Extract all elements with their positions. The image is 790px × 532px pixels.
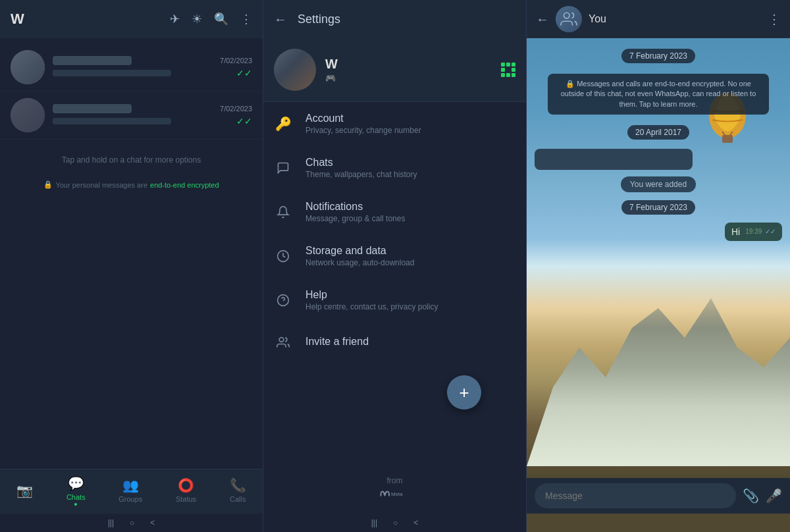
encryption-text: 🔒 Messages and calls are end-to-end encr… bbox=[561, 80, 756, 108]
chat-settings-icon bbox=[274, 159, 292, 177]
settings-title: Settings bbox=[298, 13, 340, 26]
system-bar-2: ||| ○ < bbox=[263, 514, 526, 532]
sys-nav-2: ○ bbox=[393, 518, 398, 527]
nav-item-camera[interactable]: 📷 bbox=[16, 483, 33, 498]
chat-view-panel: ← You ⋮ 7 February 2023 🔒 Messages and c… bbox=[527, 0, 790, 532]
svg-text:Meta: Meta bbox=[391, 491, 403, 497]
chat-back-button[interactable]: ← bbox=[536, 12, 549, 27]
help-icon bbox=[274, 291, 292, 309]
chat-name bbox=[53, 56, 132, 65]
settings-panel: ← Settings W 🎮 bbox=[263, 0, 527, 532]
chat-preview-row: ✓✓ bbox=[53, 116, 252, 126]
settings-item-account[interactable]: 🔑 Account Privacy, security, change numb… bbox=[263, 102, 526, 146]
contact-info: You bbox=[589, 13, 761, 25]
date-badge-2023-2: 7 February 2023 bbox=[621, 200, 695, 215]
nav-item-status[interactable]: ⭕ Status bbox=[176, 477, 196, 503]
message-input[interactable] bbox=[535, 483, 736, 508]
chats-panel: W ✈ ☀ 🔍 ⋮ 7/02/2023 ✓✓ bbox=[0, 0, 263, 532]
account-subtitle: Privacy, security, change number bbox=[305, 126, 515, 135]
chats-nav-icon: 💬 bbox=[68, 475, 84, 491]
settings-list: 🔑 Account Privacy, security, change numb… bbox=[263, 102, 526, 463]
sys-nav-1: ||| bbox=[108, 518, 114, 527]
settings-item-notifications[interactable]: Notifications Message, group & call tone… bbox=[263, 190, 526, 234]
avatar bbox=[11, 98, 45, 132]
date-badge: 7 February 2023 bbox=[621, 49, 695, 63]
qr-cell-empty bbox=[506, 68, 510, 72]
settings-item-text: Invite a friend bbox=[305, 336, 515, 349]
qr-grid bbox=[501, 63, 515, 77]
groups-nav-label: Groups bbox=[118, 495, 142, 503]
settings-item-text: Notifications Message, group & call tone… bbox=[305, 201, 515, 223]
settings-profile[interactable]: W 🎮 bbox=[263, 38, 526, 102]
settings-item-storage[interactable]: Storage and data Network usage, auto-dow… bbox=[263, 234, 526, 279]
sys-nav-2: ○ bbox=[130, 518, 134, 527]
more-options-icon[interactable]: ⋮ bbox=[768, 11, 781, 27]
chat-item[interactable]: 7/02/2023 ✓✓ bbox=[0, 43, 263, 92]
nav-item-calls[interactable]: 📞 Calls bbox=[230, 477, 246, 503]
help-subtitle: Help centre, contact us, privacy policy bbox=[305, 302, 515, 311]
calls-nav-label: Calls bbox=[230, 495, 246, 503]
settings-item-text: Help Help centre, contact us, privacy po… bbox=[305, 289, 515, 311]
you-were-added-badge: You were added bbox=[621, 176, 696, 192]
qr-cell bbox=[512, 68, 515, 72]
sys-nav-3: < bbox=[413, 518, 418, 527]
chat-item[interactable]: 7/02/2023 ✓✓ bbox=[0, 92, 263, 140]
qr-code-button[interactable] bbox=[501, 63, 515, 77]
attachment-icon[interactable]: 📎 bbox=[743, 488, 759, 504]
account-title: Account bbox=[305, 113, 515, 124]
profile-avatar bbox=[274, 49, 316, 91]
chat-preview bbox=[53, 118, 171, 124]
double-check-icon: ✓✓ bbox=[236, 68, 252, 78]
brightness-icon[interactable]: ☀ bbox=[192, 12, 202, 26]
emoji-icon: 🎮 bbox=[325, 73, 336, 83]
encryption-notice[interactable]: 🔒 Messages and calls are end-to-end encr… bbox=[548, 74, 769, 115]
added-text: You were added bbox=[630, 180, 687, 189]
date-text: 7 February 2023 bbox=[629, 51, 687, 61]
airplane-icon[interactable]: ✈ bbox=[170, 12, 180, 26]
date-badge-2017: 20 April 2017 bbox=[627, 125, 689, 140]
search-icon[interactable]: 🔍 bbox=[214, 12, 228, 26]
settings-item-invite[interactable]: Invite a friend bbox=[263, 323, 526, 363]
chat-info: 7/02/2023 ✓✓ bbox=[53, 56, 252, 78]
invite-title: Invite a friend bbox=[305, 336, 515, 348]
profile-info: W 🎮 bbox=[325, 57, 492, 83]
chat-list: 7/02/2023 ✓✓ 7/02/2023 ✓✓ bbox=[0, 38, 263, 429]
chats-header: W ✈ ☀ 🔍 ⋮ bbox=[0, 0, 263, 38]
time-text: 19:39 bbox=[745, 228, 762, 235]
nav-item-chats[interactable]: 💬 Chats bbox=[66, 475, 86, 506]
qr-cell bbox=[501, 68, 505, 72]
microphone-icon[interactable]: 🎤 bbox=[766, 488, 782, 504]
chat-preview bbox=[53, 70, 171, 76]
calls-nav-icon: 📞 bbox=[230, 477, 246, 493]
chat-meta: 7/02/2023 bbox=[53, 56, 252, 65]
chats-settings-subtitle: Theme, wallpapers, chat history bbox=[305, 170, 515, 179]
menu-icon[interactable]: ⋮ bbox=[240, 12, 252, 26]
tap-hint: Tap and hold on a chat for more options bbox=[0, 145, 263, 175]
encrypted-link[interactable]: end-to-end encrypted bbox=[150, 181, 219, 189]
bottom-nav: 📷 💬 Chats 👥 Groups ⭕ Status 📞 Calls bbox=[0, 469, 263, 514]
settings-item-text: Chats Theme, wallpapers, chat history bbox=[305, 157, 515, 179]
avatar-image bbox=[274, 49, 316, 91]
system-bar-1: ||| ○ < bbox=[0, 514, 263, 532]
input-bar: 📎 🎤 bbox=[527, 478, 790, 514]
sys-nav-1: ||| bbox=[371, 518, 377, 527]
chat-time: 7/02/2023 bbox=[220, 57, 252, 65]
new-chat-button[interactable]: + bbox=[447, 375, 481, 410]
settings-item-help[interactable]: Help Help centre, contact us, privacy po… bbox=[263, 279, 526, 323]
sys-nav-3: < bbox=[150, 518, 155, 527]
nav-item-groups[interactable]: 👥 Groups bbox=[118, 477, 142, 503]
qr-cell bbox=[501, 73, 505, 77]
header-icons: ✈ ☀ 🔍 ⋮ bbox=[170, 12, 252, 26]
chat-meta: 7/02/2023 bbox=[53, 104, 252, 113]
settings-item-chats[interactable]: Chats Theme, wallpapers, chat history bbox=[263, 146, 526, 190]
back-button[interactable]: ← bbox=[274, 12, 287, 27]
svg-point-9 bbox=[564, 13, 569, 18]
chat-header: ← You ⋮ bbox=[527, 0, 790, 38]
avatar bbox=[11, 50, 45, 84]
groups-nav-icon: 👥 bbox=[122, 477, 139, 493]
status-nav-icon: ⭕ bbox=[178, 477, 194, 493]
encrypted-notice: 🔒 Your personal messages are end-to-end … bbox=[0, 175, 263, 200]
active-dot bbox=[74, 503, 77, 506]
meta-footer: from Meta bbox=[263, 463, 526, 514]
chats-settings-title: Chats bbox=[305, 157, 515, 169]
